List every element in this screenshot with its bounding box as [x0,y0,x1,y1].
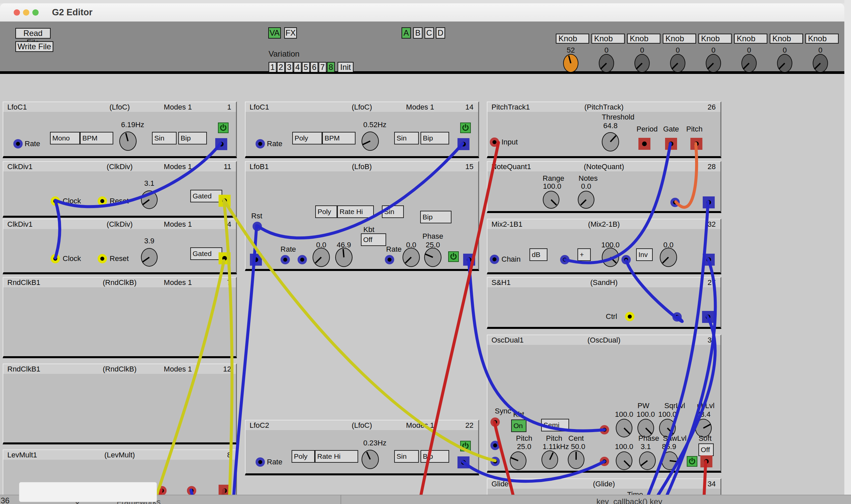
rate-input-pin-2[interactable] [298,255,307,264]
panel-knob-8-label[interactable]: Knob [805,34,839,43]
power-button[interactable] [218,123,229,133]
module-sh1-27[interactable]: S&H1 (SandH) 27 Ctrl [487,277,722,329]
module-mix21b1-32[interactable]: Mix2-1B1 (Mix2-1B) 32 Chain dB + 100.0 I… [487,219,722,274]
panel-knob-2-label[interactable]: Knob [591,34,625,43]
rate2-input-pin[interactable] [385,255,394,264]
slot-a-button[interactable]: A [401,27,411,39]
waveform-dropdown[interactable]: Sin [394,450,419,463]
panel-knob-7[interactable] [777,54,792,73]
waveform-dropdown[interactable]: Sin [382,205,404,218]
panel-knob-8[interactable] [813,54,828,73]
minimize-window-button[interactable] [23,9,29,16]
read-file-button[interactable]: Read File [15,28,51,39]
module-rndclkb1-12[interactable]: RndClkB1 (RndClkB) Modes 1 12 [3,363,237,445]
module-header[interactable]: LfoC1 (LfoC) Modes 1 1 [3,102,236,112]
module-rndclkb1-7[interactable]: RndClkB1 (RndClkB) Modes 1 7 [3,277,237,358]
chain-input-pin[interactable] [490,255,499,264]
rate-mode-dropdown[interactable]: BPM [322,132,355,144]
mono-poly-dropdown[interactable]: Poly [292,450,315,463]
module-header[interactable]: OscDual1 (OscDual) 33 [487,335,720,345]
panel-knob-4-label[interactable]: Knob [663,34,696,43]
rate-input-pin[interactable] [256,457,265,467]
module-clkdiv1-11[interactable]: ClkDiv1 (ClkDiv) Modes 1 11 Clock Reset … [3,161,237,218]
soft-off-dropdown[interactable]: Off [698,444,714,456]
write-file-button[interactable]: Write File [15,41,53,52]
period-output-pin[interactable] [638,138,650,150]
module-header[interactable]: LfoC2 (LfoC) Modes 1 22 [246,420,478,430]
module-pitchtrack1-26[interactable]: PitchTrack1 (PitchTrack) 26 Input Thresh… [487,102,722,158]
fm-knob[interactable] [616,419,632,437]
ctrl-input-pin[interactable] [625,312,635,321]
pitch2-knob[interactable] [541,450,558,469]
panel-knob-6-label[interactable]: Knob [734,34,767,43]
cent-knob[interactable] [568,450,585,469]
panel-knob-1[interactable] [563,54,578,73]
module-lfoc2-22[interactable]: LfoC2 (LfoC) Modes 1 22 Rate Poly Rate H… [245,420,479,475]
slot-c-button[interactable]: C [424,27,434,39]
module-lfob1-15[interactable]: LfoB1 (LfoB) 15 Rst Poly Rate Hi Sin Bip… [245,161,479,271]
inv-dropdown[interactable]: Inv [636,248,653,261]
panel-knob-1-label[interactable]: Knob [556,34,589,43]
panel-knob-7-label[interactable]: Knob [770,34,803,43]
polarity-dropdown[interactable]: Bip [178,132,207,144]
kbt-on-button[interactable]: On [511,419,526,432]
rate-mod-knob[interactable] [313,248,330,267]
power-button[interactable] [448,251,459,262]
polarity-dropdown[interactable]: Bip [420,450,449,463]
rate-mode-dropdown[interactable]: BPM [80,132,113,144]
power-button[interactable] [460,123,471,133]
sawlvl-knob[interactable] [639,451,656,470]
module-header[interactable]: PitchTrack1 (PitchTrack) 26 [487,102,720,112]
panel-knob-5-label[interactable]: Knob [698,34,732,43]
panel-knob-3[interactable] [635,54,650,73]
variation-8-button[interactable]: 8 [327,62,335,73]
reset-input-pin[interactable] [98,254,107,263]
rate2-mod-knob[interactable] [402,248,420,267]
phase-knob[interactable] [424,248,441,267]
module-header[interactable]: S&H1 (SandH) 27 [487,277,720,287]
mono-poly-dropdown[interactable]: Poly [292,132,322,144]
rate-knob[interactable] [335,248,352,267]
panel-knob-2[interactable] [599,54,614,73]
variation-3-button[interactable]: 3 [285,62,293,73]
polarity-dropdown[interactable]: Bip [420,132,449,144]
gated-mode-dropdown[interactable]: Gated [190,247,222,260]
module-header[interactable]: NoteQuant1 (NoteQuant) 28 [487,162,720,172]
module-header[interactable]: Mix2-1B1 (Mix2-1B) 32 [487,219,720,229]
module-header[interactable]: LfoC1 (LfoC) Modes 1 14 [246,102,478,112]
module-header[interactable]: RndClkB1 (RndClkB) Modes 1 12 [3,364,236,374]
threshold-knob[interactable] [602,132,619,151]
notes-knob[interactable] [578,191,594,209]
variation-5-button[interactable]: 5 [302,62,310,73]
waveform-dropdown[interactable]: Sin [394,132,419,144]
slot-b-button[interactable]: B [413,27,422,39]
panel-knob-5[interactable] [706,54,721,73]
module-lfoc1-1[interactable]: LfoC1 (LfoC) Modes 1 1 Rate Mono BPM 6.1… [3,102,237,158]
module-lfoc1-14[interactable]: LfoC1 (LfoC) Modes 1 14 Rate Poly BPM 0.… [245,102,479,158]
module-oscdual1-33[interactable]: OscDual1 (OscDual) 33 Sync Kbt On Semi P… [487,335,722,473]
pitch1-knob[interactable] [510,451,526,470]
variation-1-button[interactable]: 1 [268,62,277,73]
slot-d-button[interactable]: D [436,27,445,39]
range-knob[interactable] [543,191,559,209]
gated-mode-dropdown[interactable]: Gated [190,190,222,202]
variation-init-button[interactable]: Init [337,62,353,73]
rate-knob[interactable] [362,450,379,469]
mono-poly-dropdown[interactable]: Poly [315,205,337,218]
panel-knob-6[interactable] [741,54,757,73]
phase-knob[interactable] [616,451,632,470]
rate-input-pin[interactable] [13,139,23,148]
rate-knob[interactable] [362,131,379,151]
polarity-dropdown[interactable]: Bip [420,211,451,223]
mono-poly-dropdown[interactable]: Mono [50,132,80,144]
tab-va[interactable]: VA [268,27,281,39]
divider-knob[interactable] [141,248,158,267]
rate-range-dropdown[interactable]: Rate Hi [337,205,374,218]
panel-knob-4[interactable] [670,54,685,73]
variation-2-button[interactable]: 2 [277,62,285,73]
module-header[interactable]: RndClkB1 (RndClkB) Modes 1 7 [3,277,236,287]
module-header[interactable]: LevMult1 (LevMult) 8 [3,450,236,460]
panel-knob-3-label[interactable]: Knob [627,34,660,43]
power-button[interactable] [687,456,697,467]
kbt-dropdown[interactable]: Off [361,233,386,246]
